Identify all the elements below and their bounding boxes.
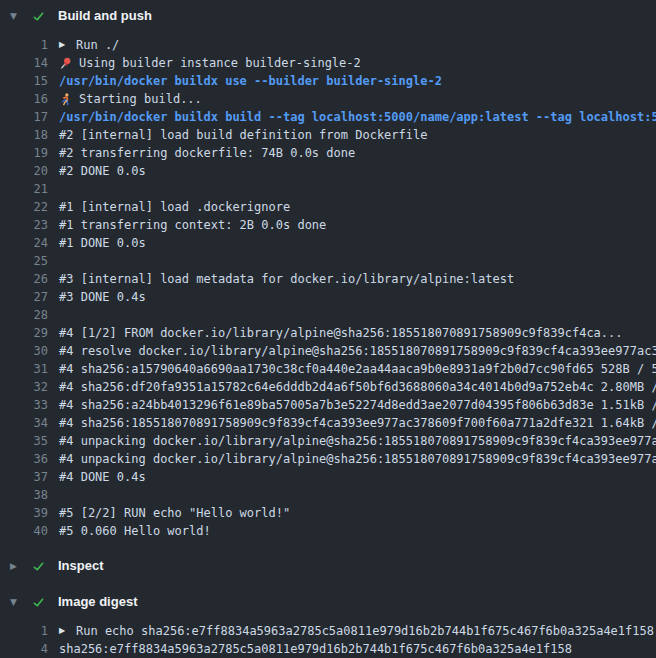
log-line-content: #4 [1/2] FROM docker.io/library/alpine@s… xyxy=(59,324,623,342)
log-line: 29 #4 [1/2] FROM docker.io/library/alpin… xyxy=(0,324,656,342)
log-line: 28 xyxy=(0,306,656,324)
log-line: 17 /usr/bin/docker buildx build --tag lo… xyxy=(0,108,656,126)
collapse-toggle-icon[interactable]: ▼ xyxy=(10,592,24,612)
line-number[interactable]: 16 xyxy=(0,90,48,108)
line-number[interactable]: 23 xyxy=(0,216,48,234)
log-text: #1 DONE 0.0s xyxy=(59,234,146,252)
section-header[interactable]: ▼ Image digest xyxy=(0,592,656,612)
log-text: #3 [internal] load metadata for docker.i… xyxy=(59,270,514,288)
line-number[interactable]: 33 xyxy=(0,396,48,414)
log-line-content: #1 DONE 0.0s xyxy=(59,234,146,252)
log-line-content: #1 transferring context: 2B 0.0s done xyxy=(59,216,326,234)
log-text: #5 [2/2] RUN echo "Hello world!" xyxy=(59,504,290,522)
section-title: Inspect xyxy=(58,556,104,576)
log-line-content: #4 unpacking docker.io/library/alpine@sh… xyxy=(59,450,656,468)
log-line-content: #4 DONE 0.4s xyxy=(59,468,146,486)
line-number[interactable]: 1 xyxy=(0,36,48,54)
log-line-content: #4 resolve docker.io/library/alpine@sha2… xyxy=(59,342,656,360)
log-line: 1 ▶ Run ./ xyxy=(0,36,656,54)
log-line: 33 #4 sha256:a24bb4013296f61e89ba57005a7… xyxy=(0,396,656,414)
log-line: 25 xyxy=(0,252,656,270)
log-line-content: #5 0.060 Hello world! xyxy=(59,522,211,540)
section-header[interactable]: ▼ Build and push xyxy=(0,6,656,26)
log-line-content: /usr/bin/docker buildx build --tag local… xyxy=(59,108,656,126)
log-line: 27 #3 DONE 0.4s xyxy=(0,288,656,306)
log-text: #1 transferring context: 2B 0.0s done xyxy=(59,216,326,234)
log-line: 34 #4 sha256:185518070891758909c9f839cf4… xyxy=(0,414,656,432)
section-rows: 1 ▶ Run echo sha256:e7ff8834a5963a2785c5… xyxy=(0,612,656,658)
log-text: #3 DONE 0.4s xyxy=(59,288,146,306)
line-number[interactable]: 30 xyxy=(0,342,48,360)
log-text: #2 transferring dockerfile: 74B 0.0s don… xyxy=(59,144,355,162)
log-line-content: #3 DONE 0.4s xyxy=(59,288,146,306)
line-number[interactable]: 15 xyxy=(0,72,48,90)
line-number[interactable]: 18 xyxy=(0,126,48,144)
log-section: ▶ Inspect xyxy=(0,550,656,586)
line-number[interactable]: 40 xyxy=(0,522,48,540)
log-line-content: /usr/bin/docker buildx use --builder bui… xyxy=(59,72,442,90)
log-text: #4 DONE 0.4s xyxy=(59,468,146,486)
line-number[interactable]: 21 xyxy=(0,180,48,198)
line-number[interactable]: 28 xyxy=(0,306,48,324)
line-number[interactable]: 25 xyxy=(0,252,48,270)
log-line: 32 #4 sha256:df20fa9351a15782c64e6dddb2d… xyxy=(0,378,656,396)
line-number[interactable]: 37 xyxy=(0,468,48,486)
line-number[interactable]: 38 xyxy=(0,486,48,504)
section-header[interactable]: ▶ Inspect xyxy=(0,556,656,576)
log-line: 18 #2 [internal] load build definition f… xyxy=(0,126,656,144)
collapse-toggle-icon[interactable]: ▶ xyxy=(10,556,24,576)
line-number[interactable]: 20 xyxy=(0,162,48,180)
log-line: 35 #4 unpacking docker.io/library/alpine… xyxy=(0,432,656,450)
log-line-content: Starting build... xyxy=(59,90,202,108)
log-text: #4 sha256:df20fa9351a15782c64e6dddb2d4a6… xyxy=(59,378,656,396)
line-number[interactable]: 31 xyxy=(0,360,48,378)
log-text: #1 [internal] load .dockerignore xyxy=(59,198,290,216)
collapse-toggle-icon[interactable]: ▼ xyxy=(10,6,24,26)
line-number[interactable]: 24 xyxy=(0,234,48,252)
line-number[interactable]: 1 xyxy=(0,622,48,640)
section-title: Build and push xyxy=(58,6,152,26)
log-line-content: #2 transferring dockerfile: 74B 0.0s don… xyxy=(59,144,355,162)
run-expand-icon[interactable]: ▶ xyxy=(59,36,69,54)
log-line-content: #3 [internal] load metadata for docker.i… xyxy=(59,270,514,288)
pushpin-icon xyxy=(59,57,72,70)
line-number[interactable]: 34 xyxy=(0,414,48,432)
line-number[interactable]: 36 xyxy=(0,450,48,468)
line-number[interactable]: 14 xyxy=(0,54,48,72)
log-text: #4 resolve docker.io/library/alpine@sha2… xyxy=(59,342,656,360)
log-text: Run echo sha256:e7ff8834a5963a2785c5a081… xyxy=(76,622,654,640)
log-text: /usr/bin/docker buildx build --tag local… xyxy=(59,108,656,126)
log-line: 30 #4 resolve docker.io/library/alpine@s… xyxy=(0,342,656,360)
log-line: 20 #2 DONE 0.0s xyxy=(0,162,656,180)
log-line-content: #2 [internal] load build definition from… xyxy=(59,126,427,144)
runner-icon xyxy=(59,93,72,106)
log-line-content: ▶ Run ./ xyxy=(59,36,119,54)
line-number[interactable]: 22 xyxy=(0,198,48,216)
log-section: ▼ Image digest 1 ▶ Run echo sha256:e7ff8… xyxy=(0,586,656,658)
log-text: Run ./ xyxy=(76,36,119,54)
log-text: sha256:e7ff8834a5963a2785c5a0811e979d16b… xyxy=(59,640,572,658)
line-number[interactable]: 26 xyxy=(0,270,48,288)
log-section: ▼ Build and push 1 ▶ Run ./ 14 Using bui… xyxy=(0,0,656,550)
line-number[interactable]: 19 xyxy=(0,144,48,162)
log-line: 21 xyxy=(0,180,656,198)
line-number[interactable]: 17 xyxy=(0,108,48,126)
log-line-content: ▶ Run echo sha256:e7ff8834a5963a2785c5a0… xyxy=(59,622,654,640)
success-check-icon xyxy=(32,596,45,609)
log-text: #2 DONE 0.0s xyxy=(59,162,146,180)
line-number[interactable]: 4 xyxy=(0,640,48,658)
line-number[interactable]: 27 xyxy=(0,288,48,306)
line-number[interactable]: 29 xyxy=(0,324,48,342)
success-check-icon xyxy=(32,10,45,23)
log-text: #4 sha256:a15790640a6690aa1730c38cf0a440… xyxy=(59,360,656,378)
line-number[interactable]: 32 xyxy=(0,378,48,396)
log-line-content: #5 [2/2] RUN echo "Hello world!" xyxy=(59,504,290,522)
run-expand-icon[interactable]: ▶ xyxy=(59,622,69,640)
section-title: Image digest xyxy=(58,592,137,612)
line-number[interactable]: 39 xyxy=(0,504,48,522)
log-line: 1 ▶ Run echo sha256:e7ff8834a5963a2785c5… xyxy=(0,622,656,640)
log-line-content: sha256:e7ff8834a5963a2785c5a0811e979d16b… xyxy=(59,640,572,658)
log-line-content: #4 sha256:df20fa9351a15782c64e6dddb2d4a6… xyxy=(59,378,656,396)
line-number[interactable]: 35 xyxy=(0,432,48,450)
log-line: 31 #4 sha256:a15790640a6690aa1730c38cf0a… xyxy=(0,360,656,378)
